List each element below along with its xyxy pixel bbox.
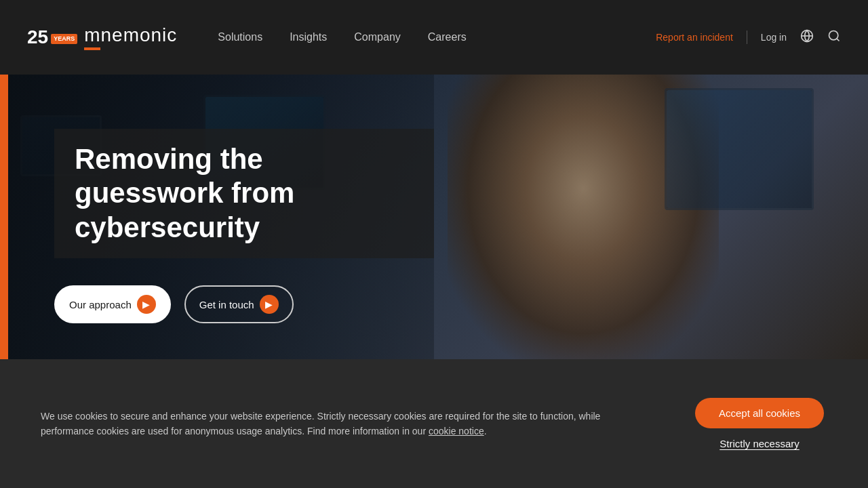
logo-years-badge: YEARS	[51, 34, 77, 44]
get-in-touch-button[interactable]: Get in touch ▶	[184, 285, 294, 323]
globe-icon[interactable]	[800, 29, 814, 46]
logo-area[interactable]: 25 YEARS mnemonic	[27, 24, 177, 50]
screen-glow-right	[667, 90, 812, 208]
cookie-banner: We use cookies to secure and enhance you…	[0, 359, 868, 488]
search-icon[interactable]	[827, 29, 841, 46]
our-approach-label: Our approach	[69, 299, 132, 310]
brand-name-area: mnemonic	[84, 24, 177, 50]
accept-all-cookies-button[interactable]: Accept all cookies	[695, 398, 824, 428]
logo-25-text: 25	[27, 28, 48, 47]
header-left: 25 YEARS mnemonic Solutions Insights Com…	[27, 24, 467, 50]
cookie-text-end: .	[484, 426, 487, 436]
approach-arrow-icon: ▶	[137, 295, 156, 314]
logo-accent-bar	[84, 47, 100, 50]
nav-solutions[interactable]: Solutions	[218, 31, 262, 43]
header-right: Report an incident Log in	[656, 29, 841, 46]
monitor-right	[665, 88, 814, 210]
hero-title-line1: Removing the guesswork from	[75, 143, 294, 209]
svg-point-2	[829, 30, 838, 39]
svg-line-3	[837, 38, 840, 41]
strictly-necessary-button[interactable]: Strictly necessary	[719, 438, 800, 449]
login-link[interactable]: Log in	[761, 32, 787, 43]
cookie-actions: Accept all cookies Strictly necessary	[692, 398, 827, 449]
cookie-text: We use cookies to secure and enhance you…	[41, 409, 651, 439]
cookie-notice-link[interactable]: cookie notice	[429, 426, 484, 436]
site-header: 25 YEARS mnemonic Solutions Insights Com…	[0, 0, 868, 75]
report-incident-link[interactable]: Report an incident	[656, 32, 733, 43]
our-approach-button[interactable]: Our approach ▶	[54, 285, 171, 323]
nav-insights[interactable]: Insights	[290, 31, 327, 43]
brand-name: mnemonic	[84, 24, 177, 46]
hero-title: Removing the guesswork from cybersecurit…	[75, 142, 414, 245]
nav-careers[interactable]: Careers	[428, 31, 467, 43]
hero-title-box: Removing the guesswork from cybersecurit…	[54, 129, 434, 258]
logo-icon: 25 YEARS	[27, 28, 77, 47]
hero-buttons: Our approach ▶ Get in touch ▶	[54, 285, 434, 323]
hero-title-line2: cybersecurity	[75, 211, 260, 243]
hero-section: Removing the guesswork from cybersecurit…	[0, 75, 868, 359]
orange-accent-bar	[0, 75, 8, 359]
hero-content: Removing the guesswork from cybersecurit…	[54, 129, 434, 323]
main-nav: Solutions Insights Company Careers	[218, 31, 466, 43]
get-in-touch-label: Get in touch	[199, 299, 254, 310]
contact-arrow-icon: ▶	[260, 295, 279, 314]
header-divider	[747, 30, 747, 44]
cookie-text-main: We use cookies to secure and enhance you…	[41, 411, 600, 436]
nav-company[interactable]: Company	[354, 31, 400, 43]
